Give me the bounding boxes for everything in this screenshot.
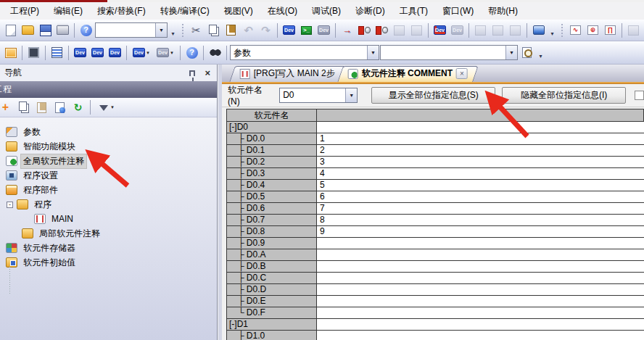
monitor-wave-button[interactable]: ∿ bbox=[567, 22, 584, 38]
comment-cell[interactable]: 4 bbox=[317, 168, 644, 179]
chevron-down-icon[interactable]: ▼ bbox=[505, 46, 517, 59]
comment-cell[interactable]: 5 bbox=[317, 180, 644, 191]
window-cascade-button[interactable] bbox=[507, 22, 524, 38]
tree-item-device-memory[interactable]: 软元件存储器 bbox=[0, 241, 216, 255]
device-name-cell[interactable]: ├ D0.0 bbox=[227, 133, 317, 144]
plc-diag-button[interactable] bbox=[408, 22, 425, 38]
navigation-window-button[interactable] bbox=[2, 44, 19, 61]
nav-data-info-button[interactable] bbox=[51, 99, 68, 116]
program-check-button[interactable] bbox=[490, 22, 506, 38]
comment-cell[interactable] bbox=[317, 296, 644, 307]
device-name-cell[interactable]: [-]D1 bbox=[227, 319, 317, 330]
save-project-button[interactable] bbox=[37, 22, 54, 38]
menu-item-2[interactable]: 搜索/替换(F) bbox=[90, 2, 153, 20]
tree-expander-icon[interactable]: - bbox=[7, 202, 13, 208]
device-name-cell[interactable]: ├ D0.2 bbox=[227, 157, 317, 167]
tips-button[interactable]: ? bbox=[183, 44, 200, 61]
undo-button[interactable]: ↶ bbox=[240, 22, 257, 38]
device-display-button[interactable]: Dev▼ bbox=[130, 44, 153, 61]
print-button[interactable] bbox=[54, 22, 71, 38]
nav-sort-filter-button[interactable]: ▼ bbox=[94, 99, 117, 116]
tree-item-program-setting[interactable]: 程序设置 bbox=[0, 168, 216, 183]
quick-find-combo[interactable]: ▼ bbox=[95, 22, 168, 38]
redo-button[interactable]: ↷ bbox=[257, 22, 274, 38]
comment-cell[interactable] bbox=[317, 331, 644, 340]
write-to-plc-button[interactable]: → bbox=[339, 22, 355, 38]
menu-item-4[interactable]: 视图(V) bbox=[217, 2, 260, 20]
write-verify-button[interactable] bbox=[373, 22, 390, 38]
comment-cell[interactable] bbox=[317, 273, 644, 283]
tab-close-icon[interactable]: × bbox=[456, 68, 468, 79]
comment-cell[interactable] bbox=[317, 261, 644, 272]
device-name-cell[interactable]: [-]D0 bbox=[227, 122, 317, 133]
tree-item-main[interactable]: MAIN bbox=[0, 212, 216, 226]
comment-cell[interactable] bbox=[317, 319, 644, 330]
tree-item-global-device-comment[interactable]: 全局软元件注释 bbox=[0, 154, 216, 168]
toolbar2-overflow[interactable]: ▾ bbox=[536, 44, 545, 61]
device-memory-button[interactable]: Dev bbox=[89, 44, 106, 61]
condition-combo[interactable]: ▼ bbox=[380, 45, 518, 60]
cross-reference-button[interactable] bbox=[207, 44, 223, 61]
show-all-bits-button[interactable]: 显示全部位指定信息(S) bbox=[371, 87, 495, 104]
device-name-cell[interactable]: └ D0.F bbox=[227, 307, 317, 318]
hide-all-bits-button[interactable]: 隐藏全部位指定信息(I) bbox=[502, 87, 626, 104]
device-name-cell[interactable]: ├ D0.6 bbox=[227, 203, 317, 214]
module-configuration-button[interactable] bbox=[25, 44, 42, 61]
menu-item-9[interactable]: 窗口(W) bbox=[435, 2, 481, 20]
tree-item-program[interactable]: -程序 bbox=[0, 197, 216, 212]
device-name-combo[interactable]: D0 ▼ bbox=[279, 88, 358, 103]
comment-cell[interactable]: 1 bbox=[317, 133, 644, 144]
device-name-cell[interactable]: ├ D0.3 bbox=[227, 168, 317, 179]
tree-item-local-device-comment[interactable]: 局部软元件注释 bbox=[0, 226, 216, 241]
tree-item-intelligent-function-module[interactable]: 智能功能模块 bbox=[0, 139, 216, 154]
paste-button[interactable] bbox=[223, 22, 239, 38]
nav-paste-button[interactable] bbox=[33, 99, 50, 116]
plc-verify-button[interactable] bbox=[391, 22, 408, 38]
chevron-down-icon[interactable]: ▼ bbox=[155, 23, 167, 37]
comment-cell[interactable] bbox=[317, 284, 644, 295]
comment-cell[interactable]: 8 bbox=[317, 215, 644, 225]
device-name-cell[interactable]: ├ D0.8 bbox=[227, 226, 317, 237]
device-hex-button[interactable]: Dev bbox=[315, 22, 332, 38]
device-name-cell[interactable]: ├ D0.E bbox=[227, 296, 317, 307]
tab-prg-main[interactable]: [PRG]写入 MAIN 2步 bbox=[229, 66, 346, 82]
menu-item-1[interactable]: 编辑(E) bbox=[46, 2, 90, 20]
device-monitor-button[interactable]: Dev bbox=[432, 22, 448, 38]
comment-cell[interactable]: 3 bbox=[317, 157, 644, 167]
menu-item-3[interactable]: 转换/编译(C) bbox=[153, 2, 217, 20]
copy-button[interactable] bbox=[205, 22, 222, 38]
comment-cell[interactable]: 2 bbox=[317, 145, 644, 156]
monitor-crosshair-button[interactable]: ⊕ bbox=[585, 22, 601, 38]
comment-cell[interactable] bbox=[317, 249, 644, 260]
comment-cell[interactable]: 6 bbox=[317, 191, 644, 202]
comment-cell[interactable]: 9 bbox=[317, 226, 644, 237]
read-from-plc-button[interactable] bbox=[356, 22, 373, 38]
device-find-button[interactable]: Dev bbox=[281, 22, 297, 38]
device-search-button[interactable]: Dev▼ bbox=[154, 44, 177, 61]
tree-item-device-initial-value[interactable]: 软元件初始值 bbox=[0, 255, 216, 270]
online-terminal-button[interactable]: >_ bbox=[298, 22, 315, 38]
comment-cell[interactable] bbox=[317, 238, 644, 249]
toolbar1-overflow-2[interactable]: ▾ bbox=[548, 22, 557, 38]
chevron-down-icon[interactable]: ▼ bbox=[345, 88, 357, 102]
device-comment-button[interactable]: Dev bbox=[72, 44, 88, 61]
comment-cell[interactable] bbox=[317, 122, 644, 133]
nav-add-button[interactable]: + bbox=[0, 99, 14, 116]
menu-item-0[interactable]: 工程(P) bbox=[3, 2, 46, 20]
device-name-cell[interactable]: ├ D0.5 bbox=[227, 191, 317, 202]
help-button[interactable]: ? bbox=[78, 22, 94, 38]
tree-item-parameter[interactable]: 参数 bbox=[0, 125, 216, 139]
chevron-down-icon[interactable]: ▼ bbox=[367, 46, 379, 59]
display-target-button[interactable] bbox=[519, 44, 535, 61]
device-name-cell[interactable]: ├ D0.B bbox=[227, 261, 317, 272]
tree-item-pou[interactable]: 程序部件 bbox=[0, 183, 216, 197]
sampling-trace-button[interactable] bbox=[625, 22, 642, 38]
comment-display-button[interactable] bbox=[472, 22, 489, 38]
device-name-cell[interactable]: ├ D0.1 bbox=[227, 145, 317, 156]
monitor-pulse-button[interactable]: ∏ bbox=[602, 22, 619, 38]
toolbar1-overflow[interactable]: ▾ bbox=[168, 22, 178, 38]
menu-item-6[interactable]: 调试(B) bbox=[305, 2, 348, 20]
device-name-cell[interactable]: ├ D0.9 bbox=[227, 238, 317, 249]
menu-item-10[interactable]: 帮助(H) bbox=[481, 2, 525, 20]
comment-cell[interactable] bbox=[317, 307, 644, 318]
